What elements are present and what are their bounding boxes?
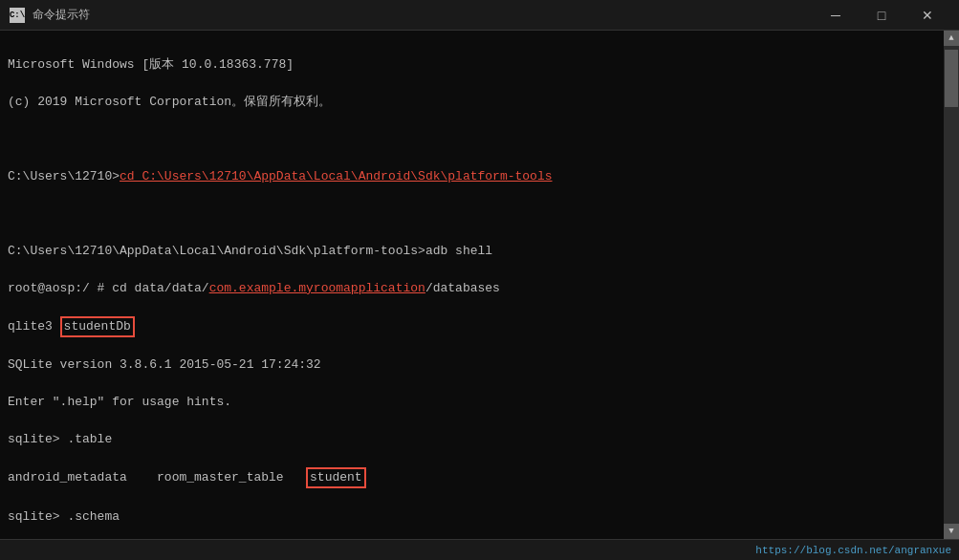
studentdb-bordered: studentDb	[60, 316, 135, 337]
scroll-up-button[interactable]: ▲	[944, 31, 959, 46]
student-bordered: student	[306, 467, 366, 488]
window: C:\ 命令提示符 ─ □ ✕ Microsoft Windows [版本 10…	[0, 0, 959, 560]
line-9-text: SQLite version 3.8.6.1 2015-05-21 17:24:…	[8, 357, 321, 372]
status-bar: https://blog.csdn.net/angranxue	[0, 539, 959, 560]
window-title: 命令提示符	[33, 7, 814, 23]
line-8-text: qlite3 studentDb	[8, 319, 135, 334]
line-12-text: android_metadata room_master_table stude…	[8, 470, 366, 485]
line-8: qlite3 studentDb	[8, 316, 936, 337]
console-area: Microsoft Windows [版本 10.0.18363.778] (c…	[0, 31, 959, 539]
line-2-text: (c) 2019 Microsoft Corporation。保留所有权利。	[8, 95, 331, 109]
line-3	[8, 130, 936, 149]
title-bar: C:\ 命令提示符 ─ □ ✕	[0, 0, 959, 31]
line-9: SQLite version 3.8.6.1 2015-05-21 17:24:…	[8, 355, 936, 375]
line-7: root@aosp:/ # cd data/data/com.example.m…	[8, 279, 936, 298]
app-icon: C:\	[10, 8, 25, 23]
line-11-text: sqlite> .table	[8, 432, 112, 446]
line-7-text: root@aosp:/ # cd data/data/com.example.m…	[8, 281, 500, 295]
scroll-track[interactable]	[944, 46, 959, 524]
status-url: https://blog.csdn.net/angranxue	[755, 545, 951, 556]
line-6: C:\Users\12710\AppData\Local\Android\Sdk…	[8, 242, 936, 261]
line-6-cmd: adb shell	[425, 244, 492, 258]
line-13-text: sqlite> .schema	[8, 509, 120, 524]
minimize-button[interactable]: ─	[814, 0, 858, 31]
line-7-link: com.example.myroomapplication	[209, 281, 425, 295]
line-13: sqlite> .schema	[8, 507, 936, 527]
line-4-prompt: C:\Users\12710>	[8, 169, 120, 183]
close-button[interactable]: ✕	[905, 0, 949, 31]
line-2: (c) 2019 Microsoft Corporation。保留所有权利。	[8, 93, 936, 112]
line-6-text: C:\Users\12710\AppData\Local\Android\Sdk…	[8, 244, 425, 258]
maximize-button[interactable]: □	[860, 0, 904, 31]
line-1: Microsoft Windows [版本 10.0.18363.778]	[8, 55, 936, 75]
line-10-text: Enter ".help" for usage hints.	[8, 395, 231, 409]
line-12: android_metadata room_master_table stude…	[8, 467, 936, 488]
window-controls: ─ □ ✕	[814, 0, 949, 31]
line-5	[8, 205, 936, 224]
line-10: Enter ".help" for usage hints.	[8, 393, 936, 412]
scroll-down-button[interactable]: ▼	[944, 524, 959, 539]
line-4: C:\Users\12710>cd C:\Users\12710\AppData…	[8, 167, 936, 186]
line-11: sqlite> .table	[8, 430, 936, 449]
scrollbar[interactable]: ▲ ▼	[944, 31, 959, 539]
line-4-link: cd C:\Users\12710\AppData\Local\Android\…	[120, 169, 552, 183]
console-output[interactable]: Microsoft Windows [版本 10.0.18363.778] (c…	[0, 31, 944, 539]
line-1-text: Microsoft Windows [版本 10.0.18363.778]	[8, 57, 294, 72]
scroll-thumb[interactable]	[945, 50, 958, 107]
